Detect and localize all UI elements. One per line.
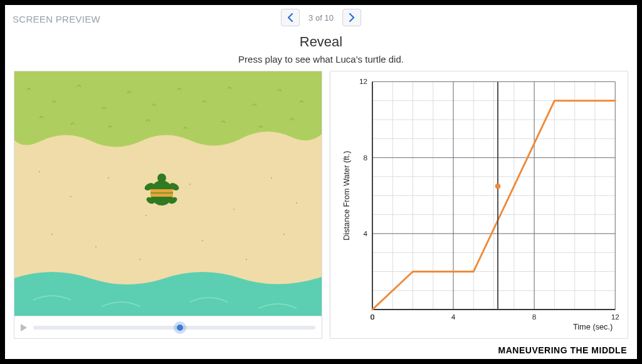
svg-point-9 [51,234,53,235]
play-icon[interactable] [21,324,27,331]
page-title: Reveal [5,34,637,50]
svg-point-6 [233,209,234,210]
beach-scene [14,71,322,316]
svg-point-4 [145,215,147,216]
svg-text:12: 12 [359,77,367,85]
svg-point-1 [39,171,40,172]
watermark-text: MANEUVERING THE MIDDLE [498,345,627,355]
page-subtitle: Press play to see what Luca's turtle did… [5,54,637,65]
svg-text:0: 0 [371,313,375,321]
svg-text:4: 4 [451,313,456,321]
chevron-left-icon [287,13,293,22]
screen-preview-label: SCREEN PREVIEW [13,14,100,24]
header-bar: SCREEN PREVIEW 3 of 10 [5,5,637,29]
svg-point-2 [70,196,71,197]
svg-text:Time (sec.): Time (sec.) [573,322,613,331]
svg-point-14 [283,234,285,235]
svg-point-3 [108,177,109,179]
chart-svg: 0481204812Time (sec.)Distance From Water… [334,75,624,335]
svg-point-60 [495,184,501,189]
svg-text:Distance From Water (ft.): Distance From Water (ft.) [342,151,351,241]
pager: 3 of 10 [281,9,361,26]
app-frame: SCREEN PREVIEW 3 of 10 Reveal Press play… [0,0,642,364]
animation-panel [14,71,322,339]
svg-point-7 [271,177,272,179]
svg-text:8: 8 [364,153,368,162]
svg-point-12 [202,240,203,241]
panels-row: 0481204812Time (sec.)Distance From Water… [5,65,637,339]
svg-text:4: 4 [364,229,368,237]
svg-point-5 [189,184,191,185]
next-button[interactable] [342,9,361,26]
svg-text:12: 12 [611,313,619,321]
chart-panel: 0481204812Time (sec.)Distance From Water… [330,71,628,339]
svg-point-13 [246,259,247,260]
svg-point-10 [95,246,97,247]
scrubber-thumb[interactable] [174,321,186,334]
svg-point-11 [139,259,140,260]
scrubber-track[interactable] [33,326,315,330]
player-controls [14,316,322,338]
beach-svg [14,71,322,316]
page-indicator: 3 of 10 [308,13,334,23]
prev-button[interactable] [281,9,300,26]
svg-text:8: 8 [532,313,537,321]
chevron-right-icon [349,13,355,22]
svg-point-8 [296,202,297,204]
